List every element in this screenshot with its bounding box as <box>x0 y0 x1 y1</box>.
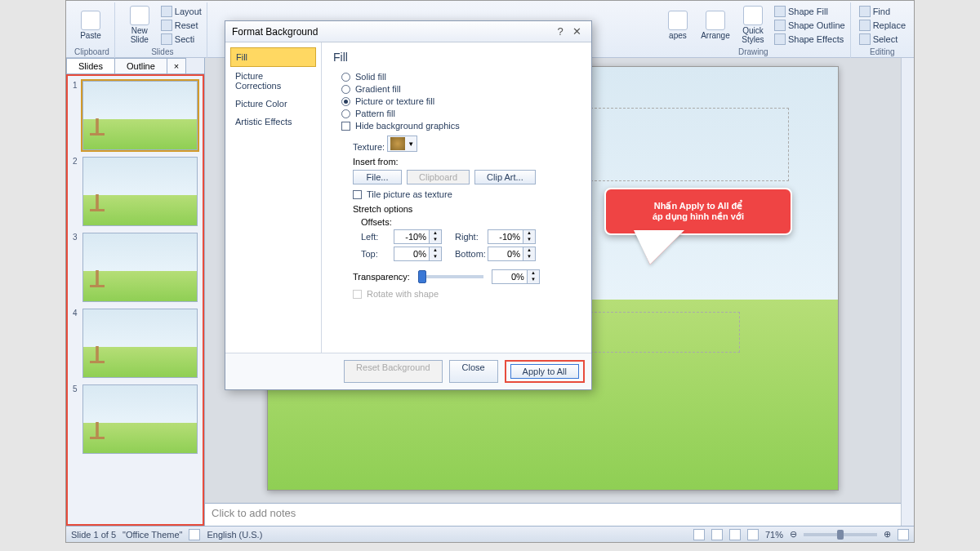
offsets-label: Offsets: <box>361 217 580 227</box>
thumbnails: 1 2 3 4 5 <box>66 74 204 526</box>
thumbnail-2[interactable] <box>82 157 198 226</box>
file-button[interactable]: File... <box>353 170 402 184</box>
shape-fill-button[interactable]: Shape Fill <box>774 6 845 17</box>
pencil-icon <box>774 20 786 31</box>
reset-background-button: Reset Background <box>344 360 443 383</box>
quick-styles-button[interactable]: Quick Styles <box>737 5 769 46</box>
section-button[interactable]: Secti <box>161 33 202 45</box>
effects-icon <box>774 33 786 45</box>
texture-picker[interactable]: ▼ <box>387 136 417 152</box>
radio-gradient-fill[interactable]: Gradient fill <box>341 84 580 94</box>
zoom-in-button[interactable]: ⊕ <box>884 529 891 540</box>
arrange-button[interactable]: Arrange <box>699 5 732 46</box>
find-button[interactable]: Find <box>859 6 906 17</box>
quick-styles-icon <box>743 6 763 25</box>
ribbon-group-clipboard: Paste Clipboard <box>69 2 115 58</box>
slide-panel: Slides Outline × 1 2 3 4 5 <box>66 58 205 526</box>
replace-button[interactable]: Replace <box>859 20 906 31</box>
callout-tail-icon <box>635 232 683 264</box>
select-button[interactable]: Select <box>859 33 906 45</box>
notes-pane[interactable]: Click to add notes <box>205 503 901 526</box>
transparency-spinner[interactable]: ▲▼ <box>492 269 540 284</box>
paste-button[interactable]: Paste <box>74 5 107 46</box>
radio-pattern-fill[interactable]: Pattern fill <box>341 109 580 118</box>
vertical-scrollbar[interactable] <box>901 58 914 526</box>
checkbox-tile[interactable]: Tile picture as texture <box>353 189 580 199</box>
select-icon <box>859 33 871 45</box>
insert-from-label: Insert from: <box>353 157 580 167</box>
spellcheck-icon[interactable] <box>189 529 200 540</box>
zoom-slider[interactable] <box>804 533 877 536</box>
status-slide: Slide 1 of 5 <box>71 530 116 540</box>
apply-to-all-button[interactable]: Apply to All <box>510 364 579 379</box>
offset-bottom-spinner[interactable]: ▲▼ <box>488 247 536 261</box>
view-normal-icon[interactable] <box>693 529 705 540</box>
new-slide-button[interactable]: New Slide <box>123 5 156 46</box>
offset-top-spinner[interactable]: ▲▼ <box>394 247 442 261</box>
shapes-icon <box>668 11 688 30</box>
arrange-icon <box>706 11 725 30</box>
checkbox-hide-bg[interactable]: Hide background graphics <box>341 121 580 131</box>
dialog-close-button[interactable]: ✕ <box>568 25 585 38</box>
panel-tabs: Slides Outline × <box>66 58 204 74</box>
thumbnail-4[interactable] <box>82 309 198 378</box>
texture-label: Texture: <box>353 142 385 152</box>
view-slideshow-icon[interactable] <box>747 529 759 540</box>
view-sorter-icon[interactable] <box>711 529 723 540</box>
bucket-icon <box>774 6 786 17</box>
ribbon-group-slides: New Slide Layout Reset Secti Slides <box>118 2 207 58</box>
status-lang[interactable]: English (U.S.) <box>207 530 262 540</box>
clipboard-button: Clipboard <box>407 170 470 184</box>
paste-icon <box>81 11 100 30</box>
checkbox-rotate: Rotate with shape <box>353 289 580 299</box>
nav-fill[interactable]: Fill <box>230 47 316 67</box>
dialog-nav: Fill Picture Corrections Picture Color A… <box>225 42 322 353</box>
nav-picture-corrections[interactable]: Picture Corrections <box>230 67 316 95</box>
view-reading-icon[interactable] <box>729 529 741 540</box>
dialog-help-button[interactable]: ? <box>552 25 568 38</box>
shape-effects-button[interactable]: Shape Effects <box>774 33 845 45</box>
zoom-out-button[interactable]: ⊖ <box>790 529 797 540</box>
zoom-value: 71% <box>765 530 783 540</box>
dialog-titlebar: Format Background ? ✕ <box>225 21 591 42</box>
ribbon-group-editing: Find Replace Select Editing <box>854 2 911 58</box>
thumbnail-5[interactable] <box>82 384 198 454</box>
replace-icon <box>859 20 871 31</box>
thumb-number: 1 <box>73 81 79 150</box>
close-button[interactable]: Close <box>449 360 498 383</box>
radio-picture-fill[interactable]: Picture or texture fill <box>341 96 580 106</box>
dialog-pane: Fill Solid fill Gradient fill Picture or… <box>322 42 591 353</box>
find-icon <box>859 6 871 17</box>
layout-button[interactable]: Layout <box>161 6 202 17</box>
chevron-down-icon: ▼ <box>408 140 414 148</box>
status-bar: Slide 1 of 5 "Office Theme" English (U.S… <box>66 526 914 542</box>
tab-slides[interactable]: Slides <box>66 58 115 73</box>
radio-solid-fill[interactable]: Solid fill <box>341 72 580 82</box>
annotation-callout: Nhấn Apply to All để áp dụng hình nền vớ… <box>604 188 792 235</box>
layout-icon <box>161 6 172 17</box>
stretch-label: Stretch options <box>353 204 580 214</box>
status-theme: "Office Theme" <box>122 530 182 540</box>
nav-picture-color[interactable]: Picture Color <box>230 95 316 113</box>
nav-artistic-effects[interactable]: Artistic Effects <box>230 113 316 131</box>
texture-swatch-icon <box>390 137 405 150</box>
format-background-dialog: Format Background ? ✕ Fill Picture Corre… <box>225 20 592 390</box>
panel-close-button[interactable]: × <box>167 58 186 73</box>
shape-outline-button[interactable]: Shape Outline <box>774 20 845 31</box>
reset-icon <box>161 20 172 31</box>
offset-left-spinner[interactable]: ▲▼ <box>394 229 442 244</box>
thumbnail-1[interactable] <box>82 81 198 150</box>
shapes-button[interactable]: apes <box>662 5 694 46</box>
transparency-slider[interactable] <box>418 275 483 278</box>
offset-right-spinner[interactable]: ▲▼ <box>488 229 536 244</box>
new-slide-icon <box>130 6 149 25</box>
ribbon-group-drawing: apes Arrange Quick Styles Shape Fill Sha… <box>657 2 851 58</box>
dialog-footer: Reset Background Close Apply to All <box>225 353 591 389</box>
dialog-title: Format Background <box>232 26 552 38</box>
section-icon <box>161 33 172 45</box>
clipart-button[interactable]: Clip Art... <box>474 170 536 184</box>
thumbnail-3[interactable] <box>82 233 198 302</box>
reset-button[interactable]: Reset <box>161 20 202 31</box>
fit-window-icon[interactable] <box>898 529 909 540</box>
tab-outline[interactable]: Outline <box>114 58 167 73</box>
